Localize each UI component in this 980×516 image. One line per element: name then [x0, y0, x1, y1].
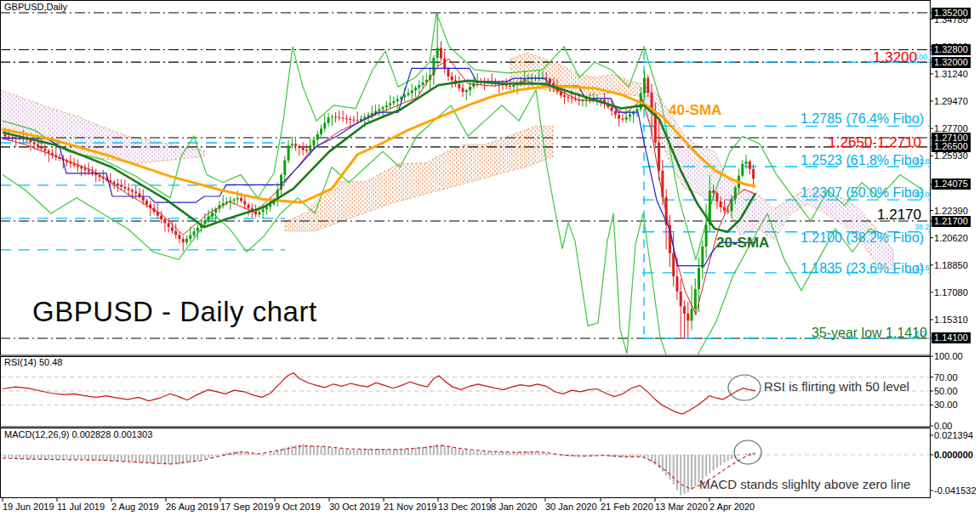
macd-tick-label: 0.021394: [934, 430, 973, 440]
candle-body: [545, 77, 548, 78]
candle-body: [411, 90, 413, 93]
date-tick-label: 30 Jan 2020: [545, 502, 597, 512]
candle-body: [298, 146, 300, 148]
price-level-badge: 1.26500: [932, 141, 971, 152]
price-level-badge: 1.32000: [932, 57, 971, 68]
rsi-indicator-label: RSI(14) 50.48: [4, 358, 62, 368]
candle-body: [117, 184, 119, 185]
rsi-tick-label: 100.00: [934, 351, 963, 361]
candle-body: [436, 48, 439, 58]
candle-body: [120, 185, 122, 187]
candle-body: [625, 117, 628, 120]
price-tick-label: 1.15310: [934, 315, 968, 325]
candle-body: [672, 253, 675, 276]
candle-body: [571, 98, 573, 99]
candle-body: [741, 164, 744, 176]
candle-body: [385, 105, 388, 107]
candle-body: [338, 117, 340, 118]
candle-body: [43, 149, 46, 151]
candle-body: [262, 209, 265, 212]
candle-body: [687, 314, 689, 321]
candle-body: [283, 161, 286, 175]
price-level-badge: 1.21700: [932, 216, 971, 227]
date-tick-label: 21 Feb 2020: [601, 502, 653, 512]
rsi-tick-label: 50.00: [934, 386, 958, 396]
candle-body: [396, 99, 399, 101]
candle-body: [720, 201, 722, 207]
candle-body: [37, 145, 39, 147]
fib-76-label: 1.2785 (76.4% Fibo): [801, 112, 924, 127]
candle-body: [4, 134, 7, 137]
price-level-badge: 1.24075: [932, 179, 971, 190]
candle-body: [723, 207, 726, 211]
price-tick-label: 1.22390: [934, 206, 968, 216]
candle-body: [233, 200, 236, 201]
candle-body: [712, 190, 715, 193]
candle-body: [240, 198, 242, 201]
candle-body: [683, 306, 686, 314]
candle-body: [258, 212, 260, 214]
candle-body: [193, 231, 196, 235]
candle-body: [168, 223, 170, 227]
candle-body: [248, 205, 250, 208]
candle-body: [469, 87, 471, 90]
trading-chart-window: 100.061.850.038.223.60.0 GBPUSD,Daily GB…: [0, 0, 980, 516]
candle-body: [705, 224, 708, 247]
candle-body: [422, 82, 424, 85]
candle-body: [331, 116, 333, 117]
rsi-tick-label: 70.00: [934, 372, 958, 383]
candle-body: [174, 231, 177, 235]
candle-body: [447, 69, 449, 77]
macd-indicator-label: MACD(12,26,9) 0.002828 0.001303: [4, 430, 152, 440]
candle-body: [211, 213, 214, 216]
candle-body: [734, 188, 737, 200]
candle-body: [11, 137, 14, 138]
candle-body: [414, 88, 417, 90]
fib-100-price-label: 1.3200: [873, 50, 917, 65]
sma40-label: 40-SMA: [669, 103, 721, 118]
candle-body: [8, 137, 10, 138]
candle-body: [142, 196, 145, 200]
candle-body: [328, 117, 330, 123]
chart-title: GBPUSD - Daily chart: [32, 298, 317, 327]
candle-body: [378, 109, 380, 111]
date-tick-label: 30 Oct 2019: [329, 502, 380, 512]
candle-body: [698, 268, 700, 289]
candle-body: [440, 48, 442, 58]
candle-body: [675, 276, 678, 292]
candle-body: [294, 144, 297, 145]
candle-body: [345, 118, 348, 119]
candle-body: [694, 289, 697, 309]
candle-body: [160, 216, 162, 219]
candle-body: [80, 167, 83, 168]
price-level-badge: 1.35200: [932, 8, 971, 19]
candle-body: [392, 101, 395, 103]
support-2170-label: 1.2170: [877, 207, 921, 223]
sma20-label: 20-SMA: [716, 235, 769, 251]
symbol-timeframe-label: GBPUSD,Daily: [4, 3, 67, 13]
fib-38-label: 1.2100 (38.2% Fibo): [801, 231, 924, 246]
candle-body: [356, 120, 359, 121]
candle-body: [197, 228, 199, 231]
candle-body: [316, 134, 319, 140]
candle-body: [465, 90, 468, 92]
price-tick-label: 1.31240: [934, 69, 968, 79]
candle-body: [549, 79, 551, 83]
candle-body: [600, 99, 602, 100]
candle-body: [691, 309, 693, 320]
candle-body: [407, 93, 409, 94]
candle-body: [680, 292, 682, 306]
price-tick-label: 1.17080: [934, 287, 968, 298]
candle-body: [123, 187, 126, 189]
candle-body: [131, 190, 134, 191]
date-tick-label: 13 Dec 2019: [438, 502, 491, 512]
candle-body: [523, 79, 526, 81]
candle-body: [389, 103, 391, 105]
date-tick-label: 19 Jun 2019: [3, 502, 54, 512]
candle-body: [88, 170, 90, 172]
price-level-badge: 1.32800: [932, 44, 971, 55]
candle-body: [48, 150, 50, 153]
candle-body: [40, 146, 43, 149]
candle-body: [752, 169, 755, 179]
date-tick-label: 9 Oct 2019: [275, 502, 321, 512]
